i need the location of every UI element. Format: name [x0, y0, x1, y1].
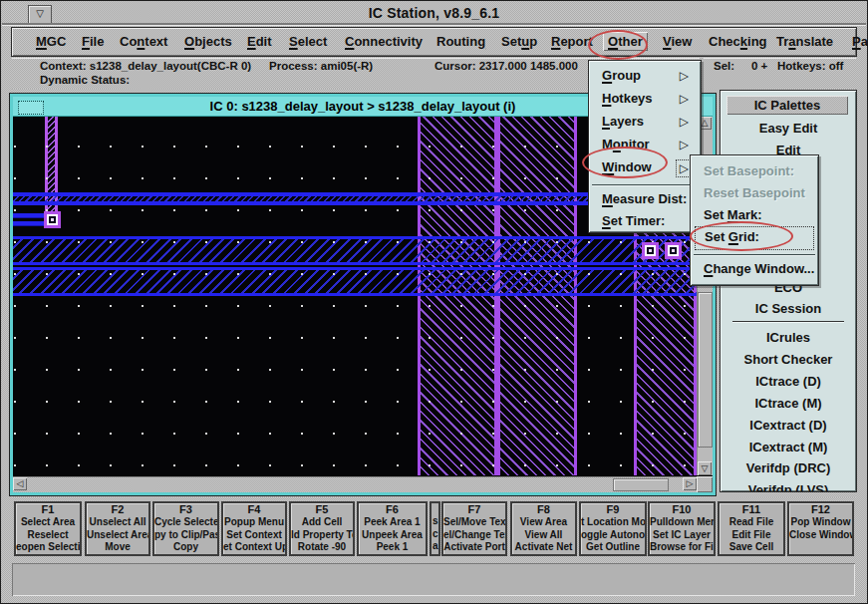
palette-item-icextract-m[interactable]: ICextract (M)	[721, 440, 856, 457]
layer-wire-purple	[45, 117, 58, 223]
submenu-arrow-icon: ▷	[680, 114, 689, 130]
palette-item-easy-edit[interactable]: Easy Edit	[721, 121, 856, 139]
status-context: Context: s1238_delay_layout(CBC-R 0)	[40, 60, 251, 72]
menu-other[interactable]: Other	[603, 32, 648, 51]
menu-connectivity[interactable]: Connectivity	[345, 34, 423, 49]
fkey-f11[interactable]: F11 Read File Edit File Save Cell	[718, 501, 785, 556]
menu-bar: MGC File Context Objects Edit Select Con…	[12, 28, 856, 56]
palette-item-ictrace-m[interactable]: ICtrace (M)	[721, 396, 856, 414]
scroll-down-button[interactable]: ▽	[698, 461, 712, 475]
fkey-partial-strip[interactable]: s c a	[430, 501, 440, 556]
menu-item-measure-dist[interactable]: Measure Dist:	[593, 188, 697, 210]
palette-item-icextract-d[interactable]: ICextract (D)	[721, 418, 856, 436]
palette-item-verifdp-drc[interactable]: Verifdp (DRC)	[721, 460, 856, 478]
menu-item-window[interactable]: Window ▷	[593, 156, 697, 178]
fkey-f1[interactable]: F1 Select Area Reselect eopen Selectio	[14, 501, 82, 556]
palette-item-ictrace-d[interactable]: ICtrace (D)	[721, 374, 856, 392]
fkey-f3[interactable]: F3 Cycle Selected py to Clip/Pas Copy	[152, 501, 219, 556]
trace-blue-stub-2	[13, 221, 46, 226]
status-sel-label: Sel:	[714, 60, 734, 72]
layout-window-menu-icon[interactable]	[18, 101, 44, 115]
palette-separator	[732, 321, 844, 322]
menu-item-group[interactable]: Group ▷	[593, 65, 697, 87]
scroll-right-button[interactable]: ▷	[683, 477, 697, 490]
fkey-f10[interactable]: F10 Pulldown Menu Set IC Layer Browse fo…	[648, 501, 716, 556]
trace-blue-band-2	[13, 267, 697, 296]
fkey-f8[interactable]: F8 View Area View All Activate Net	[510, 501, 577, 556]
menu-setup[interactable]: Setup	[501, 34, 537, 49]
menu-item-set-basepoint: Set Basepoint:	[695, 160, 814, 182]
menu-edit[interactable]: Edit	[247, 34, 272, 49]
submenu-arrow-icon: ▷	[680, 68, 689, 84]
menu-objects[interactable]: Objects	[184, 34, 232, 49]
function-key-bar: F1 Select Area Reselect eopen Selectio F…	[12, 498, 856, 560]
scroll-up-icon: △	[702, 118, 709, 128]
menu-report[interactable]: Report	[551, 34, 593, 49]
scroll-right-icon: ▷	[687, 478, 694, 488]
fkey-f9[interactable]: F9 t Location Mo oggle Autonotc Get Outl…	[579, 501, 647, 556]
message-bar	[12, 563, 855, 596]
horizontal-scroll-thumb[interactable]	[613, 478, 669, 491]
status-hotkeys: Hotkeys: off	[777, 60, 843, 72]
menu-checking[interactable]: Checking	[709, 34, 767, 49]
palette-title[interactable]: IC Palettes	[726, 96, 848, 115]
menu-item-set-timer[interactable]: Set Timer:	[593, 210, 697, 232]
menu-separator	[694, 254, 815, 255]
menu-routing[interactable]: Routing	[436, 34, 485, 49]
status-cursor: Cursor: 2317.000 1485.000	[434, 60, 578, 72]
window-submenu: Set Basepoint: Reset Basepoint Set Mark:…	[690, 154, 819, 286]
other-dropdown-menu: Group ▷ Hotkeys ▷ Layers ▷ Monitor ▷ Win…	[588, 60, 702, 233]
layer-region-purple-1	[418, 117, 497, 475]
fkey-f2[interactable]: F2 Unselect All Unselect Area Move	[85, 501, 150, 556]
scroll-left-icon: ◁	[17, 478, 24, 488]
palette-item-icrules[interactable]: ICrules	[721, 330, 856, 348]
menu-item-set-grid[interactable]: Set Grid:	[695, 226, 814, 250]
selection-handle-2	[642, 242, 659, 259]
ic-palettes-panel: IC Palettes Easy Edit Edit ECO IC Sessio…	[720, 90, 857, 492]
menu-separator	[592, 184, 698, 185]
menu-item-layers[interactable]: Layers ▷	[593, 111, 697, 133]
menu-view[interactable]: View	[663, 34, 692, 49]
fkey-f12[interactable]: F12 Pop Window Close Window	[787, 501, 854, 556]
window-titlebar: ▽ IC Station, v8.9_6.1	[2, 2, 866, 24]
menu-select[interactable]: Select	[289, 34, 327, 49]
menu-pa[interactable]: Pa	[852, 34, 868, 49]
selection-handle-3	[665, 242, 682, 259]
status-sel-value: 0 +	[751, 60, 767, 72]
ic-station-app: ▽ IC Station, v8.9_6.1 MGC File Context …	[0, 0, 868, 604]
menu-file[interactable]: File	[82, 34, 104, 49]
layout-window-title: IC 0: s1238_delay_layout > s1238_delay_l…	[210, 99, 516, 114]
status-panel-right: Sel: 0 + Hotkeys: off	[704, 58, 856, 89]
status-dynamic: Dynamic Status:	[40, 74, 130, 86]
scrollbar-corner	[697, 476, 713, 492]
fkey-f7[interactable]: F7 Sel/Move Text el/Change Tex Activate …	[441, 501, 507, 556]
vertical-scroll-thumb[interactable]	[698, 292, 713, 448]
fkey-f5[interactable]: F5 Add Cell ld Property Te Rotate -90	[289, 501, 355, 556]
scroll-down-icon: ▽	[702, 463, 709, 473]
fkey-f4[interactable]: F4 Popup Menu Set Context et Context Up	[221, 501, 287, 556]
menu-context[interactable]: Context	[120, 34, 167, 49]
titlebar-divider	[2, 23, 866, 26]
window-title: IC Station, v8.9_6.1	[2, 5, 866, 21]
status-process: Process: ami05(-R)	[269, 60, 373, 72]
palette-item-ic-session[interactable]: IC Session	[721, 301, 856, 319]
trace-blue-band-1	[13, 236, 697, 265]
menu-translate[interactable]: Translate	[776, 34, 833, 49]
submenu-arrow-icon: ▷	[680, 91, 689, 107]
palette-item-verifdp-lvs[interactable]: Verifdp (LVS)	[721, 482, 856, 492]
menu-item-reset-basepoint: Reset Basepoint	[695, 182, 814, 204]
layer-region-purple-2	[497, 117, 577, 475]
horizontal-scrollbar[interactable]: ◁ ▷	[13, 476, 697, 492]
menu-item-set-mark[interactable]: Set Mark:	[695, 204, 814, 226]
menu-item-change-window[interactable]: Change Window...	[695, 258, 814, 280]
menu-item-monitor[interactable]: Monitor ▷	[593, 134, 697, 155]
scroll-left-button[interactable]: ◁	[13, 477, 27, 490]
submenu-arrow-icon: ▷	[680, 137, 689, 152]
palette-item-short-checker[interactable]: Short Checker	[721, 352, 856, 370]
menu-mgc[interactable]: MGC	[36, 34, 66, 49]
trace-blue-stub-1	[13, 213, 46, 218]
selection-handle-1	[44, 211, 61, 228]
fkey-f6[interactable]: F6 Peek Area 1 Unpeek Area Peek 1	[357, 501, 428, 556]
menu-item-hotkeys[interactable]: Hotkeys ▷	[593, 88, 697, 110]
